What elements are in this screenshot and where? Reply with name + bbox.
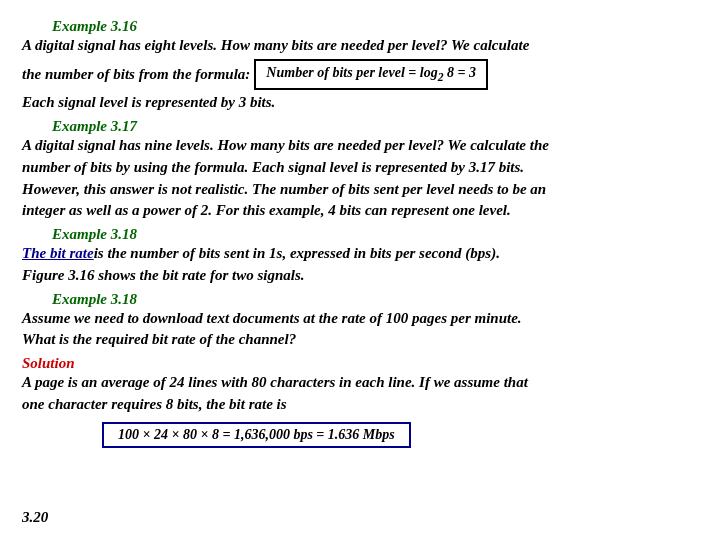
bottom-formula-box: 100 × 24 × 80 × 8 = 1,636,000 bps = 1.63… xyxy=(102,422,411,448)
example-316-text2: the number of bits from the formula: xyxy=(22,64,250,86)
example-317-line1: A digital signal has nine levels. How ma… xyxy=(22,135,698,157)
example-318a-label: Example 3.18 xyxy=(52,226,698,243)
main-content: Example 3.16 A digital signal has eight … xyxy=(22,18,698,454)
example-318b-line1: Assume we need to download text document… xyxy=(22,308,698,330)
page-number: 3.20 xyxy=(22,509,48,526)
example-316-text1: A digital signal has eight levels. How m… xyxy=(22,35,698,57)
bottom-formula-container: 100 × 24 × 80 × 8 = 1,636,000 bps = 1.63… xyxy=(22,416,698,454)
example-318a-section: Example 3.18 The bit rateis the number o… xyxy=(22,226,698,287)
figure-316-text: Figure 3.16 shows the bit rate for two s… xyxy=(22,265,698,287)
solution-line2: one character requires 8 bits, the bit r… xyxy=(22,394,698,416)
example-316-result: Each signal level is represented by 3 bi… xyxy=(22,92,698,114)
example-317-section: Example 3.17 A digital signal has nine l… xyxy=(22,118,698,222)
example-316-label: Example 3.16 xyxy=(52,18,698,35)
example-318b-line2: What is the required bit rate of the cha… xyxy=(22,329,698,351)
bitrate-line: The bit rateis the number of bits sent i… xyxy=(22,243,698,265)
bitrate-text: is the number of bits sent in 1s, expres… xyxy=(94,245,500,261)
bitrate-link[interactable]: The bit rate xyxy=(22,245,94,261)
formula-316-box: Number of bits per level = log2 8 = 3 xyxy=(254,59,488,91)
example-317-label: Example 3.17 xyxy=(52,118,698,135)
example-316-formula-line: the number of bits from the formula: Num… xyxy=(22,59,698,91)
solution-line1: A page is an average of 24 lines with 80… xyxy=(22,372,698,394)
example-316-section: Example 3.16 A digital signal has eight … xyxy=(22,18,698,114)
solution-label: Solution xyxy=(22,355,698,372)
example-317-line3: However, this answer is not realistic. T… xyxy=(22,179,698,201)
example-317-line4: integer as well as a power of 2. For thi… xyxy=(22,200,698,222)
example-317-line2: number of bits by using the formula. Eac… xyxy=(22,157,698,179)
example-318b-label: Example 3.18 xyxy=(52,291,698,308)
example-318b-section: Example 3.18 Assume we need to download … xyxy=(22,291,698,352)
solution-section: Solution A page is an average of 24 line… xyxy=(22,355,698,454)
